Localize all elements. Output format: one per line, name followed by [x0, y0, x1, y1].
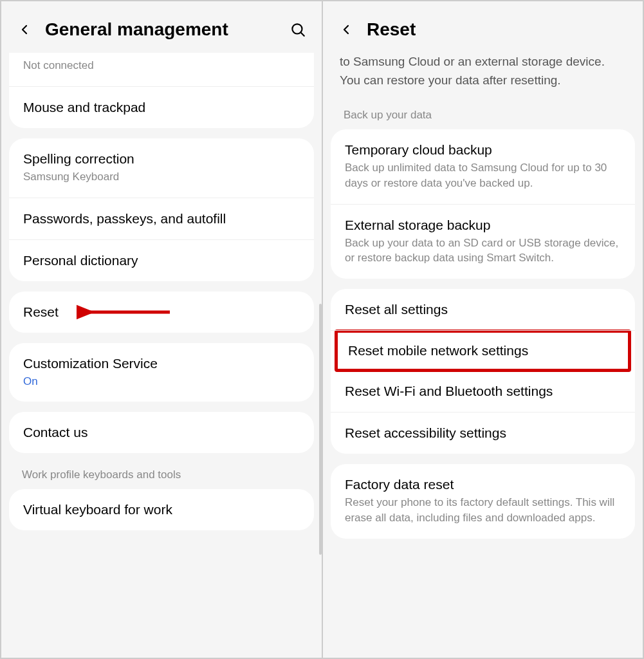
list-item-title: Mouse and trackpad [23, 100, 300, 115]
list-item-contact-us[interactable]: Contact us [9, 412, 314, 453]
settings-card: Contact us [9, 412, 314, 453]
factory-reset-card: Factory data reset Reset your phone to i… [331, 464, 635, 539]
backup-card: Temporary cloud backup Back up unlimited… [331, 129, 635, 279]
list-item-subtitle: Back up unlimited data to Samsung Cloud … [345, 160, 621, 191]
list-item-reset-accessibility[interactable]: Reset accessibility settings [331, 413, 635, 454]
back-icon[interactable] [17, 22, 32, 37]
svg-line-1 [300, 32, 304, 35]
list-item-title: External storage backup [345, 218, 621, 233]
list-item-title: Customization Service [23, 356, 300, 371]
back-icon[interactable] [338, 22, 354, 37]
list-item-title: Factory data reset [345, 477, 621, 492]
settings-card: Spelling correction Samsung Keyboard Pas… [9, 138, 314, 281]
section-header: Back up your data [323, 104, 643, 129]
general-management-screen: General management Not connected Mouse a… [1, 1, 323, 658]
settings-card: Virtual keyboard for work [9, 489, 314, 530]
list-item-subtitle: Reset your phone to its factory default … [345, 495, 621, 526]
list-item-reset[interactable]: Reset [9, 292, 314, 333]
list-item-subtitle: Not connected [23, 58, 300, 73]
list-item-external-storage-backup[interactable]: External storage backup Back up your dat… [331, 205, 635, 279]
reset-card: Reset all settings Reset mobile network … [331, 289, 635, 454]
list-item-title: Spelling correction [23, 151, 300, 167]
search-icon[interactable] [290, 21, 306, 38]
settings-card: Customization Service On [9, 343, 314, 402]
list-item-reset-mobile-network[interactable]: Reset mobile network settings [338, 333, 628, 369]
section-header: Work profile keyboards and tools [1, 463, 322, 489]
list-item-title: Personal dictionary [23, 253, 300, 268]
list-item-reset-all-settings[interactable]: Reset all settings [331, 289, 635, 331]
list-item-temporary-cloud-backup[interactable]: Temporary cloud backup Back up unlimited… [331, 129, 635, 205]
list-item-passwords-autofill[interactable]: Passwords, passkeys, and autofill [9, 198, 314, 240]
list-item-title: Reset [23, 304, 300, 320]
intro-text: to Samsung Cloud or an external storage … [323, 53, 643, 104]
list-item-virtual-keyboard-work[interactable]: Virtual keyboard for work [9, 489, 314, 530]
list-item-title: Reset accessibility settings [345, 425, 621, 441]
settings-card: Not connected Mouse and trackpad [9, 53, 314, 128]
header: General management [1, 1, 322, 53]
scrollbar[interactable] [319, 304, 322, 555]
list-item-title: Passwords, passkeys, and autofill [23, 211, 300, 227]
list-item-title: Temporary cloud backup [345, 142, 621, 158]
list-item-customization-service[interactable]: Customization Service On [9, 343, 314, 402]
list-item-mouse-trackpad[interactable]: Mouse and trackpad [9, 87, 314, 128]
list-item-title: Reset all settings [345, 302, 621, 317]
list-item-title: Virtual keyboard for work [23, 502, 300, 517]
list-item-subtitle: Back up your data to an SD card or USB s… [345, 236, 621, 266]
list-item-subtitle: On [23, 374, 300, 389]
list-item-title: Contact us [23, 425, 300, 440]
page-title: Reset [367, 19, 627, 40]
list-item-factory-data-reset[interactable]: Factory data reset Reset your phone to i… [331, 464, 635, 539]
list-item-physical-keyboard[interactable]: Not connected [9, 53, 314, 87]
header: Reset [323, 1, 643, 53]
list-item-subtitle: Samsung Keyboard [23, 169, 300, 185]
highlight-annotation: Reset mobile network settings [335, 330, 631, 372]
list-item-personal-dictionary[interactable]: Personal dictionary [9, 240, 314, 281]
list-item-title: Reset Wi-Fi and Bluetooth settings [345, 384, 621, 399]
page-title: General management [45, 19, 290, 40]
list-item-spelling-correction[interactable]: Spelling correction Samsung Keyboard [9, 138, 314, 198]
reset-screen: Reset to Samsung Cloud or an external st… [323, 1, 643, 658]
settings-card: Reset [9, 292, 314, 333]
list-item-title: Reset mobile network settings [348, 343, 618, 358]
list-item-reset-wifi-bluetooth[interactable]: Reset Wi-Fi and Bluetooth settings [331, 371, 635, 413]
